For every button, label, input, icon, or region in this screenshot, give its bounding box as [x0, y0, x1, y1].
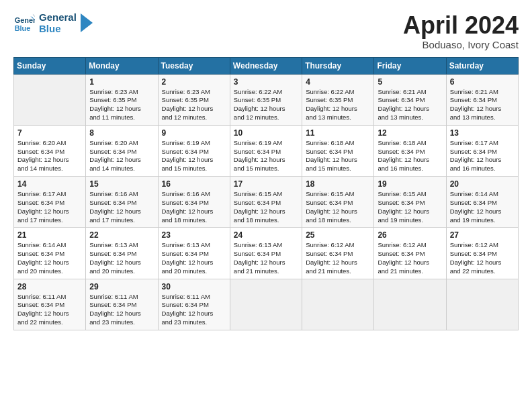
day-number: 22 — [89, 230, 154, 240]
day-number: 2 — [162, 77, 226, 87]
day-info: Sunrise: 6:11 AM Sunset: 6:34 PM Dayligh… — [17, 293, 82, 327]
calendar-cell: 13Sunrise: 6:17 AM Sunset: 6:34 PM Dayli… — [446, 125, 518, 176]
day-number: 6 — [450, 77, 515, 87]
header-friday: Friday — [374, 57, 446, 74]
calendar-cell: 20Sunrise: 6:14 AM Sunset: 6:34 PM Dayli… — [446, 177, 518, 228]
day-info: Sunrise: 6:14 AM Sunset: 6:34 PM Dayligh… — [450, 190, 515, 224]
day-number: 11 — [306, 128, 370, 138]
calendar-cell: 22Sunrise: 6:13 AM Sunset: 6:34 PM Dayli… — [86, 228, 158, 279]
header-thursday: Thursday — [302, 57, 374, 74]
day-number: 20 — [450, 179, 515, 189]
svg-text:Blue: Blue — [15, 24, 31, 32]
day-number: 10 — [234, 128, 298, 138]
header-saturday: Saturday — [446, 57, 518, 74]
calendar-week-row: 21Sunrise: 6:14 AM Sunset: 6:34 PM Dayli… — [14, 228, 519, 279]
calendar-table: SundayMondayTuesdayWednesdayThursdayFrid… — [13, 57, 519, 330]
calendar-cell: 11Sunrise: 6:18 AM Sunset: 6:34 PM Dayli… — [302, 125, 374, 176]
calendar-cell: 28Sunrise: 6:11 AM Sunset: 6:34 PM Dayli… — [14, 279, 86, 330]
day-info: Sunrise: 6:18 AM Sunset: 6:34 PM Dayligh… — [306, 139, 370, 173]
calendar-cell — [446, 279, 518, 330]
calendar-header-row: SundayMondayTuesdayWednesdayThursdayFrid… — [14, 57, 519, 74]
day-info: Sunrise: 6:15 AM Sunset: 6:34 PM Dayligh… — [378, 190, 442, 224]
day-number: 4 — [306, 77, 370, 87]
day-info: Sunrise: 6:22 AM Sunset: 6:35 PM Dayligh… — [234, 88, 298, 122]
calendar-cell: 15Sunrise: 6:16 AM Sunset: 6:34 PM Dayli… — [86, 177, 158, 228]
calendar-cell: 9Sunrise: 6:19 AM Sunset: 6:34 PM Daylig… — [158, 125, 230, 176]
day-number: 9 — [162, 128, 226, 138]
day-info: Sunrise: 6:12 AM Sunset: 6:34 PM Dayligh… — [450, 241, 515, 275]
day-info: Sunrise: 6:11 AM Sunset: 6:34 PM Dayligh… — [89, 293, 154, 327]
day-info: Sunrise: 6:21 AM Sunset: 6:34 PM Dayligh… — [450, 88, 515, 122]
calendar-cell: 21Sunrise: 6:14 AM Sunset: 6:34 PM Dayli… — [14, 228, 86, 279]
calendar-cell: 1Sunrise: 6:23 AM Sunset: 6:35 PM Daylig… — [86, 74, 158, 125]
day-number: 25 — [306, 230, 370, 240]
calendar-cell: 14Sunrise: 6:17 AM Sunset: 6:34 PM Dayli… — [14, 177, 86, 228]
day-info: Sunrise: 6:13 AM Sunset: 6:34 PM Dayligh… — [162, 241, 226, 275]
calendar-cell — [230, 279, 302, 330]
header-monday: Monday — [86, 57, 158, 74]
day-number: 30 — [162, 282, 226, 291]
day-info: Sunrise: 6:15 AM Sunset: 6:34 PM Dayligh… — [234, 190, 298, 224]
day-info: Sunrise: 6:13 AM Sunset: 6:34 PM Dayligh… — [89, 241, 154, 275]
logo-text-general: General — [39, 12, 77, 24]
day-info: Sunrise: 6:16 AM Sunset: 6:34 PM Dayligh… — [89, 190, 154, 224]
day-number: 16 — [162, 179, 226, 189]
day-number: 24 — [234, 230, 298, 240]
title-block: April 2024 Boduaso, Ivory Coast — [403, 12, 519, 50]
day-number: 8 — [89, 128, 154, 138]
calendar-cell: 2Sunrise: 6:23 AM Sunset: 6:35 PM Daylig… — [158, 74, 230, 125]
calendar-week-row: 1Sunrise: 6:23 AM Sunset: 6:35 PM Daylig… — [14, 74, 519, 125]
calendar-cell — [374, 279, 446, 330]
calendar-cell: 10Sunrise: 6:19 AM Sunset: 6:34 PM Dayli… — [230, 125, 302, 176]
calendar-cell: 26Sunrise: 6:12 AM Sunset: 6:34 PM Dayli… — [374, 228, 446, 279]
day-info: Sunrise: 6:15 AM Sunset: 6:34 PM Dayligh… — [306, 190, 370, 224]
day-number: 28 — [17, 282, 82, 291]
calendar-cell — [14, 74, 86, 125]
day-number: 13 — [450, 128, 515, 138]
calendar-cell: 19Sunrise: 6:15 AM Sunset: 6:34 PM Dayli… — [374, 177, 446, 228]
day-number: 29 — [89, 282, 154, 291]
calendar-title: April 2024 — [403, 12, 519, 39]
header-wednesday: Wednesday — [230, 57, 302, 74]
day-info: Sunrise: 6:12 AM Sunset: 6:34 PM Dayligh… — [306, 241, 370, 275]
day-number: 23 — [162, 230, 226, 240]
calendar-cell: 25Sunrise: 6:12 AM Sunset: 6:34 PM Dayli… — [302, 228, 374, 279]
day-number: 7 — [17, 128, 82, 138]
day-number: 5 — [378, 77, 442, 87]
day-info: Sunrise: 6:11 AM Sunset: 6:34 PM Dayligh… — [162, 293, 226, 327]
day-number: 14 — [17, 179, 82, 189]
header-sunday: Sunday — [14, 57, 86, 74]
calendar-cell: 7Sunrise: 6:20 AM Sunset: 6:34 PM Daylig… — [14, 125, 86, 176]
calendar-cell: 29Sunrise: 6:11 AM Sunset: 6:34 PM Dayli… — [86, 279, 158, 330]
day-number: 15 — [89, 179, 154, 189]
calendar-subtitle: Boduaso, Ivory Coast — [403, 39, 519, 50]
day-number: 19 — [378, 179, 442, 189]
logo: General Blue General Blue — [13, 12, 93, 34]
day-info: Sunrise: 6:23 AM Sunset: 6:35 PM Dayligh… — [162, 88, 226, 122]
calendar-week-row: 14Sunrise: 6:17 AM Sunset: 6:34 PM Dayli… — [14, 177, 519, 228]
calendar-cell: 30Sunrise: 6:11 AM Sunset: 6:34 PM Dayli… — [158, 279, 230, 330]
calendar-cell: 3Sunrise: 6:22 AM Sunset: 6:35 PM Daylig… — [230, 74, 302, 125]
day-info: Sunrise: 6:12 AM Sunset: 6:34 PM Dayligh… — [378, 241, 442, 275]
day-number: 27 — [450, 230, 515, 240]
calendar-cell: 16Sunrise: 6:16 AM Sunset: 6:34 PM Dayli… — [158, 177, 230, 228]
calendar-cell: 5Sunrise: 6:21 AM Sunset: 6:34 PM Daylig… — [374, 74, 446, 125]
day-info: Sunrise: 6:20 AM Sunset: 6:34 PM Dayligh… — [17, 139, 82, 173]
day-number: 26 — [378, 230, 442, 240]
calendar-cell: 18Sunrise: 6:15 AM Sunset: 6:34 PM Dayli… — [302, 177, 374, 228]
day-info: Sunrise: 6:14 AM Sunset: 6:34 PM Dayligh… — [17, 241, 82, 275]
day-info: Sunrise: 6:16 AM Sunset: 6:34 PM Dayligh… — [162, 190, 226, 224]
logo-icon: General Blue — [13, 13, 35, 34]
calendar-week-row: 7Sunrise: 6:20 AM Sunset: 6:34 PM Daylig… — [14, 125, 519, 176]
calendar-cell: 24Sunrise: 6:13 AM Sunset: 6:34 PM Dayli… — [230, 228, 302, 279]
calendar-cell: 12Sunrise: 6:18 AM Sunset: 6:34 PM Dayli… — [374, 125, 446, 176]
day-info: Sunrise: 6:13 AM Sunset: 6:34 PM Dayligh… — [234, 241, 298, 275]
calendar-cell: 6Sunrise: 6:21 AM Sunset: 6:34 PM Daylig… — [446, 74, 518, 125]
header: General Blue General Blue April 2024 Bod… — [13, 12, 519, 50]
day-number: 17 — [234, 179, 298, 189]
day-number: 12 — [378, 128, 442, 138]
logo-text-blue: Blue — [39, 24, 77, 35]
day-info: Sunrise: 6:19 AM Sunset: 6:34 PM Dayligh… — [234, 139, 298, 173]
page: General Blue General Blue April 2024 Bod… — [0, 0, 532, 411]
calendar-cell: 27Sunrise: 6:12 AM Sunset: 6:34 PM Dayli… — [446, 228, 518, 279]
